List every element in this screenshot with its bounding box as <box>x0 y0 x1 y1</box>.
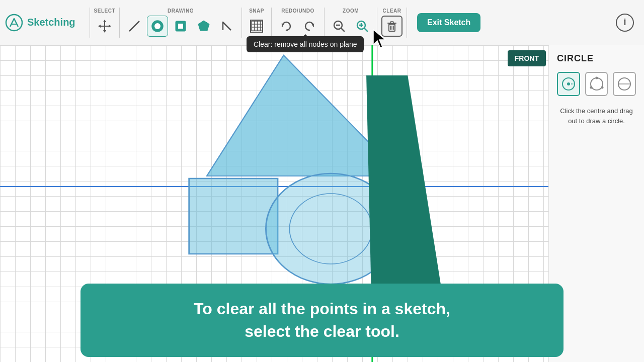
divider-5 <box>324 8 325 38</box>
snap-tool[interactable] <box>246 16 267 37</box>
divider-2 <box>119 8 120 38</box>
clear-label: CLEAR <box>383 8 401 14</box>
redo-tool[interactable] <box>299 16 320 37</box>
bottom-banner: To clear all the points in a sketch,sele… <box>80 284 564 357</box>
zoom-label: ZOOM <box>343 8 359 14</box>
svg-rect-11 <box>178 24 183 29</box>
info-button[interactable]: i <box>616 14 634 32</box>
trash-icon <box>385 19 399 33</box>
svg-rect-33 <box>390 22 393 23</box>
select-move-tool[interactable] <box>94 16 115 37</box>
svg-marker-4 <box>103 30 106 33</box>
svg-point-40 <box>591 78 603 90</box>
svg-point-0 <box>6 15 22 31</box>
svg-line-30 <box>364 28 367 31</box>
svg-point-41 <box>595 77 598 79</box>
divider-3 <box>242 8 242 38</box>
logo-icon <box>5 14 23 32</box>
divider-1 <box>90 8 90 38</box>
clear-group: CLEAR <box>381 8 403 37</box>
logo-area: Sketching <box>5 14 75 32</box>
undo-tool[interactable] <box>276 16 297 37</box>
square-filled-icon <box>174 19 188 33</box>
svg-point-43 <box>601 86 603 89</box>
toolbar: Sketching SELECT DRAWING <box>0 0 644 45</box>
banner-text: To clear all the points in a sketch,sele… <box>194 298 450 343</box>
svg-point-42 <box>590 86 592 89</box>
select-group: SELECT <box>94 8 115 37</box>
svg-point-9 <box>154 23 160 29</box>
angle-tool[interactable] <box>216 16 237 37</box>
svg-marker-3 <box>103 20 106 22</box>
clear-tool[interactable] <box>381 16 403 37</box>
divider-7 <box>407 8 407 38</box>
line-tool[interactable] <box>124 16 145 37</box>
svg-line-7 <box>129 21 139 31</box>
circle-option-1[interactable] <box>585 72 608 96</box>
rectangle-shape <box>189 178 278 254</box>
circle-filled-icon <box>150 19 165 33</box>
circle-option-0[interactable] <box>557 72 580 96</box>
rectangle-tool[interactable] <box>170 16 191 37</box>
redo-undo-group: REDO/UNDO <box>276 8 320 37</box>
svg-marker-12 <box>198 21 209 31</box>
redo-icon <box>302 19 316 33</box>
redo-undo-label: REDO/UNDO <box>281 8 314 14</box>
circle-options <box>557 72 636 96</box>
zoom-in-tool[interactable] <box>352 16 373 37</box>
circle-center-drag-icon <box>560 76 577 92</box>
svg-marker-5 <box>98 25 101 28</box>
circle-inscribed-icon <box>616 76 632 92</box>
pentagon-icon <box>197 19 211 33</box>
zoom-out-icon <box>332 19 346 33</box>
pentagon-tool[interactable] <box>193 16 214 37</box>
panel-title: Circle <box>557 53 636 64</box>
line-icon <box>127 19 141 33</box>
circle-tool[interactable] <box>147 16 168 37</box>
divider-4 <box>271 8 272 38</box>
select-label: SELECT <box>94 8 115 14</box>
undo-icon <box>279 19 293 33</box>
front-label: FRONT <box>508 50 546 66</box>
circle-3pt-icon <box>589 76 605 92</box>
drawing-group: DRAWING <box>124 8 237 37</box>
zoom-group: ZOOM <box>329 8 373 37</box>
move-icon <box>98 19 112 33</box>
snap-group: SNAP <box>246 8 267 37</box>
angle-icon <box>220 19 234 33</box>
svg-line-26 <box>341 28 344 31</box>
zoom-out-tool[interactable] <box>329 16 350 37</box>
svg-marker-6 <box>109 25 111 28</box>
drawing-label: DRAWING <box>168 8 194 14</box>
zoom-in-icon <box>355 19 369 33</box>
panel-description: Click the centre and dragout to draw a c… <box>557 106 636 126</box>
snap-label: SNAP <box>249 8 264 14</box>
divider-6 <box>377 8 377 38</box>
exit-sketch-button[interactable]: Exit Sketch <box>417 13 480 32</box>
snap-grid-icon <box>250 19 264 33</box>
app-title: Sketching <box>27 17 75 28</box>
circle-option-2[interactable] <box>613 72 636 96</box>
